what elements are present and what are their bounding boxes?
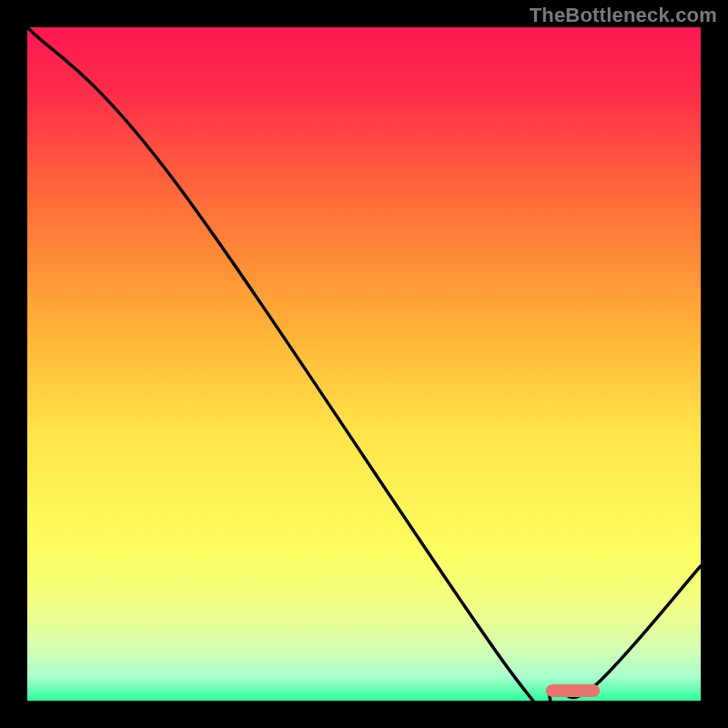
watermark-text: TheBottleneck.com bbox=[530, 4, 717, 27]
gradient-background bbox=[27, 27, 701, 701]
plot-area bbox=[27, 27, 701, 701]
chart-svg bbox=[27, 27, 701, 701]
chart-frame: TheBottleneck.com bbox=[0, 0, 728, 728]
optimum-marker bbox=[546, 684, 600, 697]
